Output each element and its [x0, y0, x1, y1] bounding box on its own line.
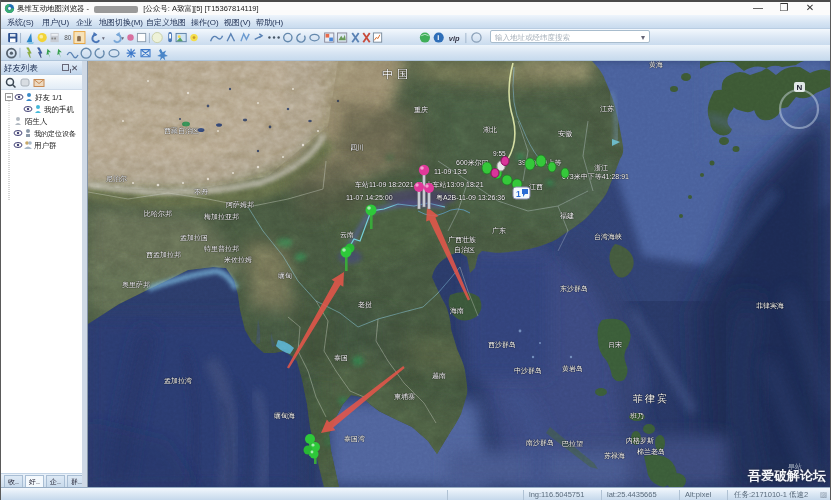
svg-text:泰国: 泰国: [334, 354, 348, 362]
svg-text:福建: 福建: [560, 212, 574, 220]
svg-text:班乃: 班乃: [630, 412, 644, 420]
svg-text:我的定位设备: 我的定位设备: [34, 130, 76, 138]
svg-text:越南: 越南: [432, 372, 446, 380]
svg-text:N: N: [797, 83, 803, 92]
svg-text:黄海: 黄海: [649, 61, 663, 69]
svg-text:vip: vip: [449, 34, 460, 43]
svg-text:中国: 中国: [382, 68, 412, 80]
svg-text:不丹: 不丹: [194, 188, 208, 196]
svg-text:用户群: 用户群: [34, 141, 57, 150]
svg-text:重庆: 重庆: [414, 106, 428, 113]
svg-text:黄岩岛: 黄岩岛: [562, 365, 583, 373]
svg-text:柬埔寨: 柬埔寨: [394, 392, 415, 401]
svg-text:南沙群岛: 南沙群岛: [526, 439, 554, 447]
svg-text:673米中下等41:28:91: 673米中下等41:28:91: [562, 173, 629, 180]
svg-text:湖北: 湖北: [483, 126, 497, 134]
svg-text:内格罗斯: 内格罗斯: [626, 437, 654, 445]
svg-text:孟加拉国: 孟加拉国: [180, 234, 208, 242]
svg-text:11-09 13:5: 11-09 13:5: [434, 168, 467, 175]
svg-text:安徽: 安徽: [558, 130, 572, 138]
svg-text:老挝: 老挝: [358, 301, 372, 309]
svg-text:i: i: [437, 33, 439, 42]
svg-text:西藏自治区: 西藏自治区: [164, 127, 199, 135]
svg-text:9:55: 9:55: [493, 150, 506, 157]
svg-text:粤A2B-11-09 13:26:36: 粤A2B-11-09 13:26:36: [436, 194, 505, 201]
svg-text:阿萨姆邦: 阿萨姆邦: [226, 201, 254, 209]
svg-text:孟加拉湾: 孟加拉湾: [164, 377, 192, 385]
svg-text:1: 1: [516, 189, 521, 199]
svg-text:梅加拉亚邦: 梅加拉亚邦: [203, 213, 239, 221]
svg-text:巴拉望: 巴拉望: [562, 440, 583, 447]
svg-text:我的手机: 我的手机: [44, 105, 75, 114]
svg-text:西孟加拉邦: 西孟加拉邦: [146, 251, 181, 259]
svg-text:东沙群岛: 东沙群岛: [560, 285, 588, 293]
svg-text:尼泊尔: 尼泊尔: [106, 175, 127, 183]
svg-text:西沙群岛: 西沙群岛: [488, 341, 516, 349]
svg-text:好友 1/1: 好友 1/1: [35, 93, 63, 102]
svg-text:自治区: 自治区: [454, 246, 475, 254]
svg-text:比哈尔邦: 比哈尔邦: [144, 210, 172, 218]
svg-text:缅甸海: 缅甸海: [274, 412, 295, 420]
svg-text:特里普拉邦: 特里普拉邦: [204, 244, 239, 253]
svg-text:菲律宾海: 菲律宾海: [756, 302, 784, 310]
svg-text:浙江: 浙江: [594, 164, 608, 172]
svg-text:吾爱破解论坛: 吾爱破解论坛: [747, 468, 826, 483]
svg-text:海南: 海南: [450, 307, 464, 315]
svg-text:广东: 广东: [492, 227, 506, 234]
svg-text:江苏: 江苏: [600, 105, 614, 113]
svg-text:棉兰老岛: 棉兰老岛: [637, 448, 665, 455]
svg-text:云南: 云南: [340, 231, 354, 238]
svg-text:菲律宾: 菲律宾: [632, 393, 669, 404]
svg-text:陌生人: 陌生人: [25, 117, 48, 126]
svg-text:米佐拉姆: 米佐拉姆: [224, 256, 252, 264]
svg-text:江西: 江西: [529, 183, 543, 191]
svg-text:早站: 早站: [788, 463, 802, 471]
svg-text:四川: 四川: [350, 144, 364, 152]
svg-text:缅甸: 缅甸: [278, 272, 292, 280]
svg-text:泰国湾: 泰国湾: [344, 435, 365, 443]
svg-text:▾: ▾: [102, 35, 105, 41]
svg-text:80: 80: [64, 34, 72, 41]
svg-text:吕宋: 吕宋: [608, 341, 622, 349]
svg-text:▾: ▾: [121, 35, 124, 41]
svg-text:苏禄海: 苏禄海: [604, 452, 625, 460]
svg-text:台湾海峡: 台湾海峡: [594, 233, 622, 241]
svg-text:11-07 14:25:00: 11-07 14:25:00: [346, 194, 393, 201]
svg-text:广西壮族: 广西壮族: [448, 236, 476, 244]
svg-text:奥里萨邦: 奥里萨邦: [122, 281, 150, 288]
svg-text:中沙群岛: 中沙群岛: [514, 367, 542, 375]
